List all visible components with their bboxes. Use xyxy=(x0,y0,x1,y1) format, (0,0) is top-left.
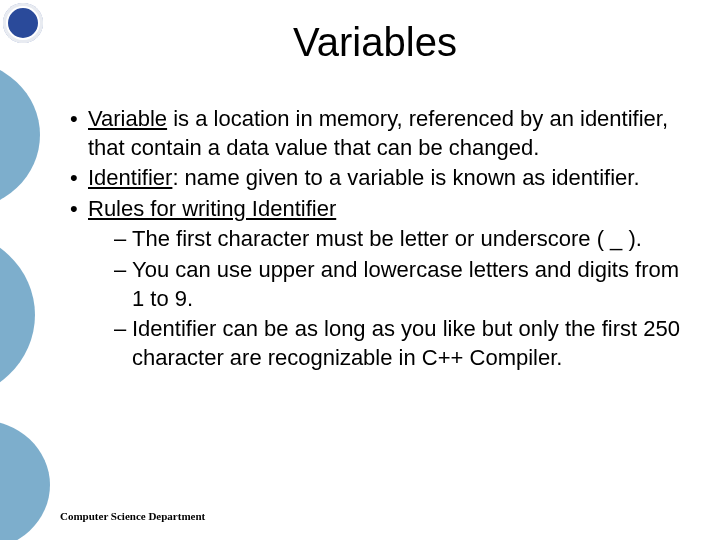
slide-title: Variables xyxy=(60,20,690,65)
list-item: Rules for writing Identifier The first c… xyxy=(66,195,680,373)
list-item: Variable is a location in memory, refere… xyxy=(66,105,680,162)
slide-content: Variables Variable is a location in memo… xyxy=(0,0,720,540)
text: : name given to a variable is known as i… xyxy=(172,165,639,190)
sub-list: The first character must be letter or un… xyxy=(88,225,680,372)
text: The first character must be letter or un… xyxy=(132,226,642,251)
list-item: You can use upper and lowercase letters … xyxy=(110,256,680,313)
term-variable: Variable xyxy=(88,106,167,131)
list-item: The first character must be letter or un… xyxy=(110,225,680,254)
text: You can use upper and lowercase letters … xyxy=(132,257,679,311)
term-rules: Rules for writing Identifier xyxy=(88,196,336,221)
bullet-list: Variable is a location in memory, refere… xyxy=(60,105,690,372)
term-identifier: Identifier xyxy=(88,165,172,190)
text: Identifier can be as long as you like bu… xyxy=(132,316,680,370)
text: is a location in memory, referenced by a… xyxy=(88,106,668,160)
list-item: Identifier can be as long as you like bu… xyxy=(110,315,680,372)
footer-department: Computer Science Department xyxy=(60,510,205,522)
list-item: Identifier: name given to a variable is … xyxy=(66,164,680,193)
